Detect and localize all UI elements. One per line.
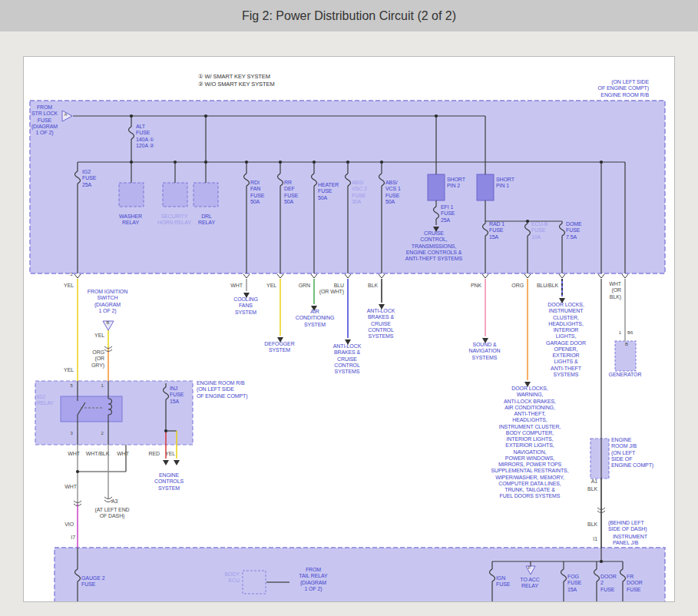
junction-blocks <box>30 101 665 602</box>
washer-relay-box <box>119 183 144 207</box>
exit-chevrons <box>74 274 628 278</box>
wiring-diagram-svg <box>24 57 675 602</box>
generator-box <box>615 341 636 371</box>
security-horn-relay-box <box>163 183 187 207</box>
ig2-relay-inner-box <box>61 396 122 422</box>
instrument-panel-jb-box <box>55 548 665 602</box>
short-pin-2-box <box>428 174 445 200</box>
connector-b-icon <box>103 321 114 330</box>
title-bar: Fig 2: Power Distribution Circuit (2 of … <box>0 0 698 31</box>
drl-relay-box <box>194 183 218 207</box>
body-ecu-box <box>243 571 266 594</box>
engine-room-jb-box <box>590 439 609 479</box>
figure-title: Fig 2: Power Distribution Circuit (2 of … <box>242 9 456 23</box>
diagram-canvas <box>23 56 675 602</box>
short-pin-1-box <box>477 174 494 200</box>
